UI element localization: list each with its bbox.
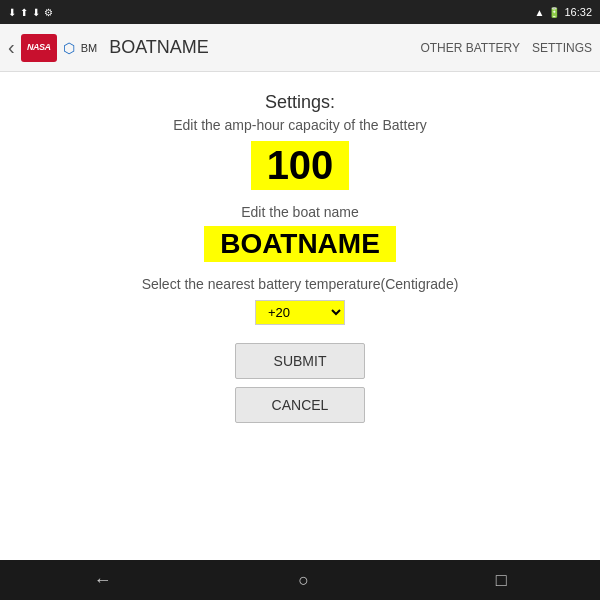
- app-bar-left: ‹ NASA ⬡ BM BOATNAME: [8, 34, 420, 62]
- clock: 16:32: [564, 6, 592, 18]
- settings-title: Settings:: [265, 92, 335, 113]
- settings-notify-icon: ⚙: [44, 7, 53, 18]
- upload-icon: ⬆: [20, 7, 28, 18]
- wifi-icon: ▲: [535, 7, 545, 18]
- boat-name-label: Edit the boat name: [241, 204, 359, 220]
- home-nav-button[interactable]: ○: [298, 570, 309, 591]
- recents-nav-button[interactable]: □: [496, 570, 507, 591]
- bluetooth-icon: ⬡: [63, 40, 75, 56]
- main-content: Settings: Edit the amp-hour capacity of …: [0, 72, 600, 560]
- app-bar-right: OTHER BATTERY SETTINGS: [420, 41, 592, 55]
- back-nav-button[interactable]: ←: [93, 570, 111, 591]
- temp-select[interactable]: +20 0 +10 +30 +40: [255, 300, 345, 325]
- nasa-logo-text: NASA: [27, 43, 51, 52]
- back-button[interactable]: ‹: [8, 36, 15, 59]
- cancel-button[interactable]: CANCEL: [235, 387, 365, 423]
- amp-description: Edit the amp-hour capacity of the Batter…: [173, 117, 427, 133]
- status-bar-left: ⬇ ⬆ ⬇ ⚙: [8, 7, 53, 18]
- status-bar: ⬇ ⬆ ⬇ ⚙ ▲ 🔋 16:32: [0, 0, 600, 24]
- status-bar-right: ▲ 🔋 16:32: [535, 6, 592, 18]
- install-icon: ⬇: [32, 7, 40, 18]
- bm-label: BM: [81, 42, 98, 54]
- app-bar: ‹ NASA ⬡ BM BOATNAME OTHER BATTERY SETTI…: [0, 24, 600, 72]
- nasa-logo: NASA: [21, 34, 57, 62]
- amp-value[interactable]: 100: [251, 141, 350, 190]
- download-icon: ⬇: [8, 7, 16, 18]
- boat-name-value[interactable]: BOATNAME: [204, 226, 396, 262]
- bottom-bar: ← ○ □: [0, 560, 600, 600]
- battery-icon: 🔋: [548, 7, 560, 18]
- submit-button[interactable]: SUBMIT: [235, 343, 365, 379]
- settings-link[interactable]: SETTINGS: [532, 41, 592, 55]
- other-battery-link[interactable]: OTHER BATTERY: [420, 41, 520, 55]
- app-title: BOATNAME: [109, 37, 209, 58]
- temp-label: Select the nearest battery temperature(C…: [142, 276, 459, 292]
